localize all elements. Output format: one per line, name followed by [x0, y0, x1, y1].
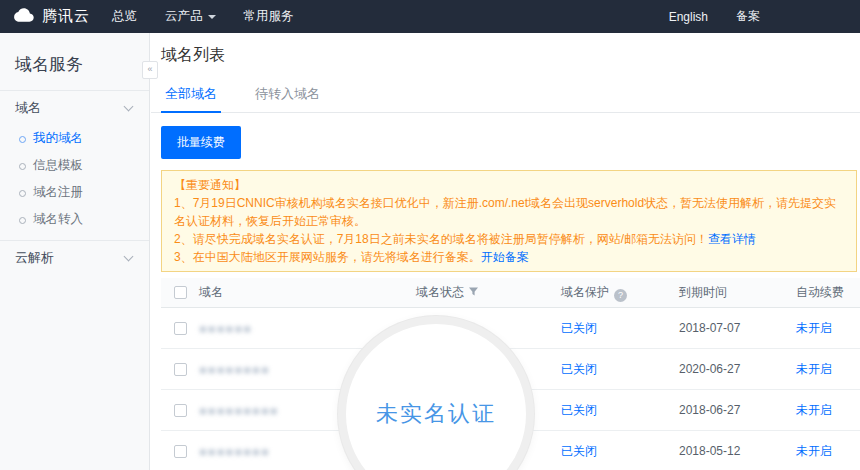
protection-link[interactable]: 已关闭 [561, 444, 597, 458]
row-checkbox[interactable] [174, 404, 187, 417]
select-all-checkbox[interactable] [174, 286, 187, 299]
topnav-item-english[interactable]: English [655, 10, 722, 24]
sidebar-item-domain-transfer-in[interactable]: 域名转入 [0, 206, 149, 233]
notice-line-2: 2、请尽快完成域名实名认证，7月18日之前未实名的域名将被注册局暂停解析，网站/… [174, 230, 844, 248]
auto-renew-link[interactable]: 未开启 [796, 403, 832, 417]
help-question-icon[interactable]: ? [614, 289, 627, 302]
tab-transfer-in-domains[interactable]: 待转入域名 [251, 78, 324, 112]
chevron-down-icon [124, 252, 134, 262]
column-header-expire: 到期时间 [679, 284, 796, 301]
auto-renew-link[interactable]: 未开启 [796, 321, 832, 335]
logo-text: 腾讯云 [42, 7, 90, 26]
table-header-row: 域名 域名状态 域名保护? 到期时间 自动续费 [161, 278, 860, 308]
topnav: 总览 云产品 常用服务 [98, 0, 308, 33]
expire-date: 2018-07-07 [679, 321, 740, 335]
domain-name-masked[interactable]: ●●●●●●●● [199, 444, 270, 459]
tab-bar: 全部域名 待转入域名 [151, 78, 860, 113]
sidebar-collapse-button[interactable]: « [142, 61, 158, 79]
column-header-auto-renew: 自动续费 [796, 284, 860, 301]
notice-title: 【重要通知】 [174, 176, 844, 194]
column-header-status: 域名状态 [416, 284, 561, 301]
toolbar: 批量续费 [151, 113, 860, 159]
batch-renew-button[interactable]: 批量续费 [161, 126, 241, 159]
sidebar: 域名服务 « 域名 我的域名 信息模板 域名注册 域名转入 云解析 [0, 33, 150, 470]
sidebar-item-domain-registration[interactable]: 域名注册 [0, 179, 149, 206]
chevron-down-icon [124, 102, 134, 112]
row-checkbox[interactable] [174, 445, 187, 458]
topbar: 腾讯云 总览 云产品 常用服务 English 备案 [0, 0, 860, 33]
sidebar-group-header-dns[interactable]: 云解析 [0, 241, 149, 275]
domain-name-masked[interactable]: ●●●●●●●●● [199, 403, 279, 418]
row-checkbox[interactable] [174, 322, 187, 335]
filter-funnel-icon[interactable] [468, 286, 479, 300]
sidebar-item-info-templates[interactable]: 信息模板 [0, 152, 149, 179]
domain-name-masked[interactable]: ●●●●●●●● [199, 362, 270, 377]
start-beian-link[interactable]: 开始备案 [481, 250, 529, 264]
notice-line-1: 1、7月19日CNNIC审核机构域名实名接口优化中，新注册.com/.net域名… [174, 194, 844, 230]
protection-link[interactable]: 已关闭 [561, 362, 597, 376]
expire-date: 2018-05-12 [679, 444, 740, 458]
notice-line-3: 3、在中国大陆地区开展网站服务，请先将域名进行备案。开始备案 [174, 248, 844, 266]
topbar-right: English 备案 [655, 0, 860, 33]
sidebar-group-dns: 云解析 [0, 240, 149, 275]
sidebar-item-my-domains[interactable]: 我的域名 [0, 125, 149, 152]
protection-link[interactable]: 已关闭 [561, 403, 597, 417]
sidebar-title: 域名服务 [0, 33, 149, 90]
protection-link[interactable]: 已关闭 [561, 321, 597, 335]
row-checkbox[interactable] [174, 363, 187, 376]
topnav-item-products[interactable]: 云产品 [151, 0, 230, 33]
auto-renew-link[interactable]: 未开启 [796, 444, 832, 458]
cloud-logo-icon [12, 7, 36, 27]
topnav-item-common-services[interactable]: 常用服务 [230, 0, 308, 33]
auto-renew-link[interactable]: 未开启 [796, 362, 832, 376]
domain-name-masked[interactable]: ●●●●●● [199, 321, 252, 336]
expire-date: 2018-06-27 [679, 403, 740, 417]
expire-date: 2020-06-27 [679, 362, 740, 376]
sidebar-group-header-domain[interactable]: 域名 [0, 91, 149, 125]
table-row: ●●●●●● 正常 已关闭 2018-07-07 未开启 [161, 308, 860, 349]
chevron-down-icon [208, 15, 216, 19]
column-header-protection: 域名保护? [561, 284, 679, 302]
topnav-item-beian[interactable]: 备案 [722, 8, 774, 25]
sidebar-group-domain: 域名 我的域名 信息模板 域名注册 域名转入 [0, 90, 149, 240]
page-title: 域名列表 [151, 33, 860, 66]
column-header-domain: 域名 [199, 284, 416, 301]
tencent-cloud-logo[interactable]: 腾讯云 [0, 7, 98, 27]
tab-all-domains[interactable]: 全部域名 [161, 78, 221, 113]
view-details-link[interactable]: 查看详情 [708, 232, 756, 246]
important-notice-banner: 【重要通知】 1、7月19日CNNIC审核机构域名实名接口优化中，新注册.com… [161, 170, 857, 272]
topnav-item-overview[interactable]: 总览 [98, 0, 151, 33]
watermark-text: 未实名认证 [376, 399, 496, 429]
sidebar-items: 我的域名 信息模板 域名注册 域名转入 [0, 125, 149, 240]
